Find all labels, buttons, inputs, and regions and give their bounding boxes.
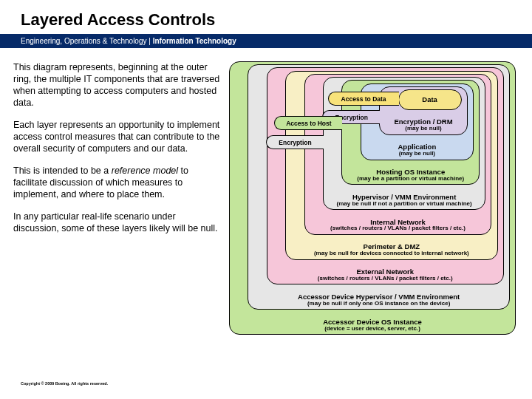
ring-sublabel: (may be null if only one OS instance on …	[248, 301, 508, 307]
ring-sublabel: (may be null)	[380, 126, 467, 132]
ring-label: Data	[399, 96, 461, 103]
nub-encryption-host: Encryption	[266, 135, 324, 149]
ring-sublabel: (may be a partition or virtual machine)	[342, 176, 479, 182]
desc-paragraph-3: This is intended to be a reference model…	[13, 165, 220, 200]
description-column: This diagram represents, beginning at th…	[13, 61, 220, 335]
copyright: Copyright © 2009 Boeing. All rights rese…	[21, 381, 108, 386]
page-title: Layered Access Controls	[21, 10, 532, 30]
breadcrumb: Engineering, Operations & Technology | I…	[0, 34, 532, 48]
nub-access-to-data: Access to Data	[328, 92, 399, 106]
ring-sublabel: (device = user device, server, etc.)	[230, 326, 515, 332]
breadcrumb-prefix: Engineering, Operations & Technology |	[21, 37, 153, 45]
ring-9: Data	[398, 89, 462, 110]
ring-sublabel: (may be null)	[361, 151, 473, 157]
breadcrumb-current: Information Technology	[153, 37, 236, 45]
desc-paragraph-1: This diagram represents, beginning at th…	[13, 61, 220, 109]
ring-sublabel: (switches / routers / VLANs / packet fil…	[305, 225, 491, 231]
ring-sublabel: (may be null if not a partition or virtu…	[324, 201, 485, 207]
ring-sublabel: (may be null for devices connected to in…	[286, 250, 497, 256]
ring-diagram: Accessor Device OS Instance(device = use…	[229, 61, 516, 335]
ring-sublabel: (switches / routers / VLANs / packet fil…	[267, 276, 503, 282]
nub-access-to-host: Access to Host	[274, 116, 342, 130]
desc-paragraph-4: In any particular real-life scenario und…	[13, 211, 220, 234]
desc-paragraph-2: Each layer represents an opportunity to …	[13, 119, 220, 154]
